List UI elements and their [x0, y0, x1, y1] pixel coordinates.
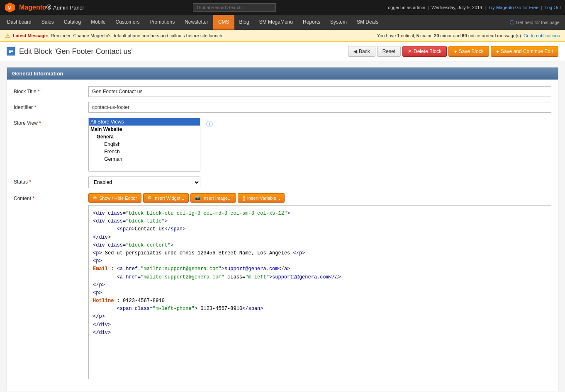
notice-text: Reminder: Change Magento's default phone…	[51, 33, 222, 38]
status-row: Status * Enabled Disabled	[14, 177, 551, 188]
notice-right: You have 1 critical, 5 major, 20 minor a…	[377, 33, 560, 38]
store-option-all: All Store Views	[89, 118, 200, 126]
store-view-label: Store View *	[14, 118, 88, 126]
content-field: 👁 Show / Hide Editor ⚙ Insert Widget... …	[88, 193, 551, 379]
edit-block-icon	[7, 48, 14, 55]
global-search-input[interactable]	[193, 3, 276, 12]
store-view-info-icon: ⓘ	[206, 120, 213, 129]
nav-catalog[interactable]: Catalog	[59, 15, 86, 30]
save-icon: ●	[454, 48, 457, 54]
store-option-main: Main Website	[89, 126, 200, 133]
nav-dashboard[interactable]: Dashboard	[2, 15, 37, 30]
logout-link[interactable]: Log Out	[545, 5, 561, 10]
nav-cms[interactable]: CMS	[213, 15, 234, 30]
insert-image-label: Insert Image...	[202, 196, 231, 201]
page-title-area: Edit Block 'Gen Footer Contact us'	[7, 47, 133, 56]
date-text: Wednesday, July 9, 2014	[431, 5, 482, 10]
content-editor[interactable]: <div class="block block-ctu col-lg-3 col…	[88, 205, 551, 379]
store-view-field: All Store Views Main Website Genera Engl…	[88, 118, 551, 172]
delete-label: Delete Block	[414, 48, 441, 54]
magento-logo-icon: M	[4, 2, 16, 13]
save-button[interactable]: ● Save Block	[448, 46, 489, 57]
save-continue-icon: ●	[496, 48, 499, 54]
identifier-field	[88, 102, 551, 113]
notice-label: Latest Message:	[13, 33, 49, 38]
top-bar-right: Logged in as admin | Wednesday, July 9, …	[385, 5, 561, 10]
status-label: Status *	[14, 177, 88, 185]
block-title-row: Block Title *	[14, 86, 551, 97]
notice-icon: ⚠	[5, 32, 10, 39]
content-area: General Information Block Title * Identi…	[0, 61, 565, 392]
logo-area: M Magento® Admin Panel	[4, 2, 84, 13]
block-title-field	[88, 86, 551, 97]
content-label: Content *	[14, 193, 88, 201]
identifier-row: Identifier *	[14, 102, 551, 113]
store-view-select[interactable]: All Store Views Main Website Genera Engl…	[88, 118, 200, 172]
nav-customers[interactable]: Customers	[110, 15, 144, 30]
nav-sm-deals[interactable]: SM Deals	[352, 15, 383, 30]
svg-rect-3	[9, 50, 13, 51]
section-body: Block Title * Identifier *	[7, 80, 558, 391]
reset-label: Reset	[382, 48, 395, 54]
widget-icon: ⚙	[148, 195, 152, 201]
nav-promotions[interactable]: Promotions	[145, 15, 180, 30]
status-select[interactable]: Enabled Disabled	[88, 177, 200, 188]
store-view-row: Store View * All Store Views Main Websit…	[14, 118, 551, 172]
eye-icon: 👁	[93, 196, 97, 201]
save-continue-button[interactable]: ● Save and Continue Edit	[491, 46, 558, 57]
identifier-label: Identifier *	[14, 102, 88, 110]
editor-toolbar: 👁 Show / Hide Editor ⚙ Insert Widget... …	[88, 193, 551, 203]
back-button[interactable]: ◀ Back	[348, 46, 375, 57]
notice-right-text: You have 1 critical, 5 major, 20 minor a…	[377, 33, 560, 38]
status-field: Enabled Disabled	[88, 177, 551, 188]
content-row: Content * 👁 Show / Hide Editor ⚙ Insert …	[14, 193, 551, 379]
nav-sm-megamenu[interactable]: SM MegaMenu	[254, 15, 298, 30]
insert-widget-label: Insert Widget...	[153, 196, 184, 201]
logo-subtitle: Admin Panel	[53, 5, 84, 11]
nav-bar: Dashboard Sales Catalog Mobile Customers…	[0, 15, 565, 30]
nav-system[interactable]: System	[325, 15, 352, 30]
try-link[interactable]: Try Magento Go for Free	[488, 5, 538, 10]
variable-icon: {}	[242, 196, 245, 201]
insert-widget-button[interactable]: ⚙ Insert Widget...	[143, 193, 189, 203]
help-icon: ⓘ	[510, 19, 514, 26]
logo-name: Magento	[19, 4, 46, 11]
delete-icon: ✕	[408, 48, 412, 54]
go-to-notifications-link[interactable]: Go to notifications	[524, 33, 560, 38]
show-hide-editor-button[interactable]: 👁 Show / Hide Editor	[88, 193, 141, 203]
reset-button[interactable]: Reset	[377, 46, 401, 57]
nav-mobile[interactable]: Mobile	[86, 15, 110, 30]
section-title: General Information	[12, 70, 63, 77]
store-option-french: French	[89, 148, 200, 155]
block-title-input[interactable]	[88, 86, 551, 97]
store-option-german: German	[89, 155, 200, 163]
nav-newsletter[interactable]: Newsletter	[180, 15, 213, 30]
delete-button[interactable]: ✕ Delete Block	[402, 46, 447, 57]
insert-image-button[interactable]: 📷 Insert Image...	[190, 193, 236, 203]
nav-help[interactable]: ⓘ Get help for this page	[510, 15, 563, 30]
save-continue-label: Save and Continue Edit	[501, 48, 553, 54]
insert-variable-button[interactable]: {} Insert Variable...	[238, 193, 285, 203]
identifier-input[interactable]	[88, 102, 551, 113]
image-icon: 📷	[195, 195, 201, 201]
general-info-section: General Information Block Title * Identi…	[7, 67, 558, 391]
logo-text: Magento® Admin Panel	[19, 4, 84, 11]
page-title-icon	[7, 47, 15, 56]
nav-sales[interactable]: Sales	[37, 15, 59, 30]
user-text: Logged in as admin	[385, 5, 425, 10]
page-title: Edit Block 'Gen Footer Contact us'	[19, 47, 133, 56]
section-header: General Information	[7, 68, 558, 80]
notice-left: ⚠ Latest Message: Reminder: Change Magen…	[5, 32, 222, 39]
nav-blog[interactable]: Blog	[234, 15, 254, 30]
svg-rect-5	[9, 52, 11, 53]
back-icon: ◀	[353, 48, 357, 54]
svg-text:M: M	[7, 5, 12, 11]
store-option-english: English	[89, 140, 200, 148]
page-actions: ◀ Back Reset ✕ Delete Block ● Save Block…	[348, 46, 558, 57]
svg-rect-4	[9, 51, 13, 52]
nav-reports[interactable]: Reports	[298, 15, 325, 30]
insert-variable-label: Insert Variable...	[247, 196, 280, 201]
top-bar: M Magento® Admin Panel Logged in as admi…	[0, 0, 565, 15]
notice-bar: ⚠ Latest Message: Reminder: Change Magen…	[0, 30, 565, 42]
show-hide-label: Show / Hide Editor	[99, 196, 137, 201]
